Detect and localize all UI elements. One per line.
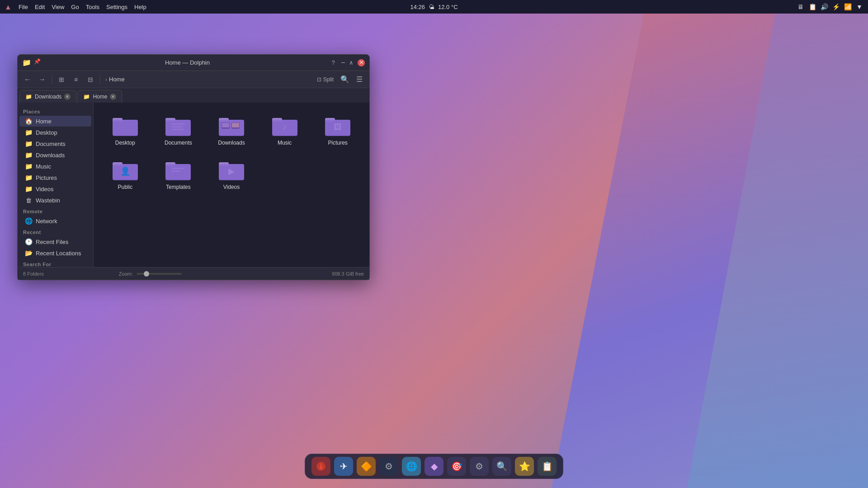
sidebar-section-search: Search For — [18, 259, 93, 267]
sidebar-item-videos[interactable]: 📁 Videos — [19, 183, 91, 194]
folder-desktop[interactable]: Desktop — [101, 110, 150, 150]
menu-go[interactable]: Go — [71, 4, 79, 10]
sidebar-item-downloads[interactable]: 📁 Downloads — [19, 150, 91, 160]
vivaldi-icon[interactable] — [311, 457, 330, 476]
forward-button[interactable]: → — [36, 73, 48, 86]
app-settings-icon[interactable]: ⚙ — [470, 457, 489, 476]
sidebar-section-remote: Remote — [18, 206, 93, 215]
tray-expand-icon[interactable]: ▼ — [855, 3, 863, 11]
telegram-icon[interactable]: ✈ — [334, 457, 353, 476]
sidebar-item-documents-label: Documents — [36, 141, 66, 147]
breadcrumb-home[interactable]: Home — [109, 76, 125, 83]
tabs-bar: 📁 Downloads ✕ 📁 Home ✕ — [18, 88, 369, 103]
folder-public[interactable]: 👤 Public — [101, 154, 150, 194]
tab-home[interactable]: 📁 Home ✕ — [77, 90, 122, 103]
tree-view-button[interactable]: ⊟ — [84, 73, 97, 86]
app-target-icon[interactable]: 🎯 — [447, 457, 466, 476]
menu-tools[interactable]: Tools — [86, 4, 99, 10]
sidebar-item-pictures[interactable]: 📁 Pictures — [19, 172, 91, 183]
app-star-icon[interactable]: ⭐ — [515, 457, 534, 476]
svg-rect-2 — [113, 120, 138, 135]
taskbar-dock: ✈ 🔶 ⚙ 🌐 ◆ 🎯 ⚙ 🔍 ⭐ 📋 — [305, 454, 563, 479]
sidebar-item-documents[interactable]: 📁 Documents — [19, 138, 91, 149]
sidebar-item-desktop-label: Desktop — [36, 129, 57, 136]
folder-music[interactable]: ♪ Music — [260, 110, 309, 150]
templates-folder-svg — [165, 158, 192, 181]
vlc-icon[interactable]: 🔶 — [357, 457, 376, 476]
sidebar-item-pictures-label: Pictures — [36, 174, 57, 181]
public-folder-label: Public — [118, 184, 132, 190]
files-app-icon[interactable]: 📋 — [538, 457, 557, 476]
folder-pictures[interactable]: 🖼 Pictures — [313, 110, 362, 150]
svg-rect-15 — [232, 123, 239, 127]
list-view-button[interactable]: ≡ — [70, 73, 82, 86]
tray-wifi-icon[interactable]: 📶 — [844, 3, 852, 11]
music-folder-label: Music — [278, 140, 292, 146]
weather-icon: 🌤 — [429, 4, 434, 10]
tray-bluetooth-icon[interactable]: ⚡ — [832, 3, 840, 11]
back-button[interactable]: ← — [21, 73, 34, 86]
file-area: Desktop Documents — [94, 103, 369, 267]
pictures-folder-svg: 🖼 — [324, 113, 351, 137]
hamburger-menu-button[interactable]: ☰ — [353, 73, 366, 86]
tray-clipboard-icon[interactable]: 📋 — [808, 3, 816, 11]
tray-volume-icon[interactable]: 🔊 — [820, 3, 828, 11]
sidebar-item-wastebin[interactable]: 🗑 Wastebin — [19, 195, 91, 206]
minimize-button[interactable]: − — [340, 59, 347, 66]
menu-view[interactable]: View — [52, 4, 64, 10]
sidebar-item-home[interactable]: 🏠 Home — [19, 116, 91, 127]
split-button[interactable]: ⊡ Split — [314, 75, 337, 84]
svg-text:▶: ▶ — [228, 167, 235, 176]
close-button[interactable]: ✕ — [358, 59, 365, 66]
sidebar-item-recent-files[interactable]: 🕐 Recent Files — [19, 236, 91, 247]
documents-folder-svg — [165, 113, 192, 137]
folder-count: 8 Folders — [23, 271, 44, 277]
menu-help[interactable]: Help — [134, 4, 146, 10]
menu-file[interactable]: File — [19, 4, 28, 10]
zoom-thumb[interactable] — [144, 271, 149, 277]
app-diamond-icon[interactable]: ◆ — [425, 457, 443, 476]
search-app-icon[interactable]: 🔍 — [492, 457, 511, 476]
tray-screen-icon[interactable]: 🖥 — [797, 3, 805, 11]
sidebar-item-recent-locations[interactable]: 📂 Recent Locations — [19, 248, 91, 258]
time-text: 14:26 — [410, 4, 425, 10]
folder-downloads[interactable]: Downloads — [207, 110, 256, 150]
svg-rect-8 — [171, 129, 184, 130]
breadcrumb-separator: › — [105, 76, 107, 83]
sidebar-item-desktop[interactable]: 📁 Desktop — [19, 127, 91, 138]
sidebar: Places 🏠 Home 📁 Desktop 📁 Documents 📁 Do… — [18, 103, 94, 267]
search-button[interactable]: 🔍 — [339, 73, 351, 86]
sidebar-item-music[interactable]: 📁 Music — [19, 161, 91, 172]
svg-rect-32 — [171, 170, 180, 172]
sidebar-item-network-label: Network — [36, 218, 57, 225]
tab-downloads-close[interactable]: ✕ — [64, 94, 71, 100]
sidebar-item-wastebin-label: Wastebin — [36, 197, 60, 204]
svg-text:👤: 👤 — [120, 166, 131, 176]
desktop-folder-svg — [112, 113, 139, 137]
zoom-section: Zoom: — [119, 271, 182, 277]
folder-documents[interactable]: Documents — [154, 110, 203, 150]
browser-globe-icon[interactable]: 🌐 — [402, 457, 421, 476]
maximize-button[interactable]: ∧ — [348, 59, 355, 66]
sidebar-item-recent-locations-label: Recent Locations — [36, 250, 81, 257]
help-button[interactable]: ? — [330, 59, 337, 66]
folder-templates[interactable]: Templates — [154, 154, 203, 194]
svg-text:🖼: 🖼 — [334, 122, 342, 131]
videos-folder-icon: 📁 — [25, 185, 32, 192]
title-bar: 📁 📌 Home — Dolphin ? − ∧ ✕ — [18, 55, 369, 71]
tab-downloads[interactable]: 📁 Downloads ✕ — [19, 90, 76, 103]
icons-view-button[interactable]: ⊞ — [55, 73, 68, 86]
menu-edit[interactable]: Edit — [35, 4, 45, 10]
zoom-slider[interactable] — [137, 273, 182, 275]
tab-home-close[interactable]: ✕ — [110, 94, 116, 100]
network-icon: 🌐 — [25, 217, 32, 225]
steam-icon[interactable]: ⚙ — [379, 457, 398, 476]
templates-folder-label: Templates — [166, 184, 191, 190]
status-bar: 8 Folders Zoom: 908.3 GiB free — [18, 267, 369, 280]
sidebar-section-recent: Recent — [18, 227, 93, 236]
sidebar-item-network[interactable]: 🌐 Network — [19, 216, 91, 226]
toolbar-right: ⊡ Split 🔍 ☰ — [314, 73, 366, 86]
toolbar-separator-1 — [52, 75, 52, 84]
folder-videos[interactable]: ▶ Videos — [207, 154, 256, 194]
menu-settings[interactable]: Settings — [106, 4, 127, 10]
